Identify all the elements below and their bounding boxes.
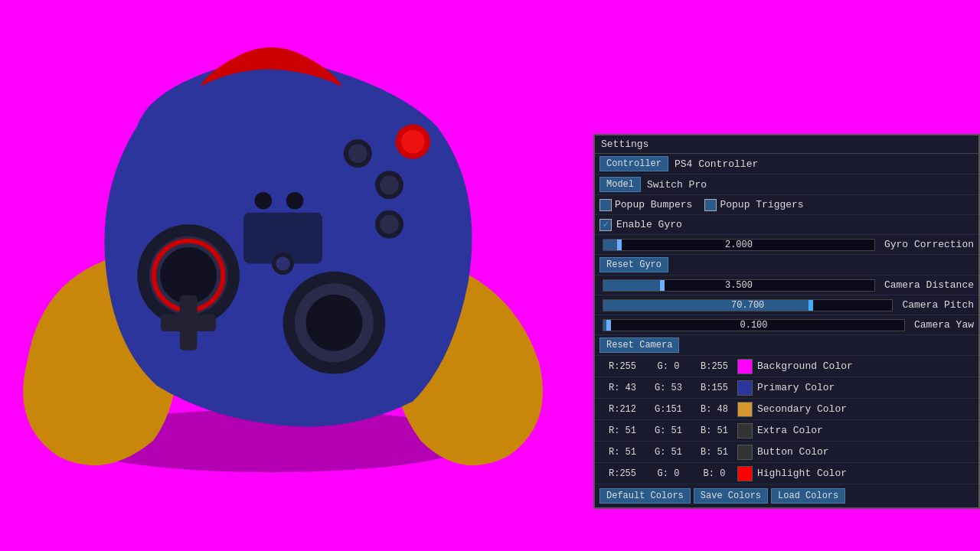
popup-triggers-label: Popup Triggers <box>720 199 803 210</box>
camera-yaw-slider[interactable]: 0.100 <box>603 319 905 331</box>
settings-panel: Settings Controller PS4 Controller Model… <box>593 134 980 509</box>
color-r-3: R: 51 <box>599 425 645 436</box>
color-swatch-4[interactable] <box>737 445 753 460</box>
color-label-2: Secondary Color <box>757 403 847 415</box>
model-name: Switch Pro <box>647 179 707 191</box>
gyro-correction-row: 2.000 Gyro Correction <box>595 235 978 255</box>
camera-pitch-label: Camera Pitch <box>902 299 974 311</box>
color-b-3: B: 51 <box>691 425 737 436</box>
reset-gyro-button[interactable]: Reset Gyro <box>599 257 668 272</box>
gyro-correction-label: Gyro Correction <box>884 239 974 250</box>
reset-gyro-row: Reset Gyro <box>595 255 978 276</box>
color-label-5: Highlight Color <box>757 468 847 479</box>
color-r-4: R: 51 <box>599 447 645 458</box>
color-g-4: G: 51 <box>645 447 691 458</box>
gyro-slider-thumb[interactable] <box>617 240 622 250</box>
svg-point-19 <box>286 192 304 210</box>
color-r-1: R: 43 <box>599 383 645 393</box>
color-g-0: G: 0 <box>645 361 691 372</box>
bottom-buttons: Default Colors Save Colors Load Colors <box>595 484 978 507</box>
controller-row: Controller PS4 Controller <box>595 154 978 174</box>
color-b-0: B:255 <box>691 361 737 372</box>
color-section: R:255G: 0B:255Background ColorR: 43G: 53… <box>595 356 978 484</box>
color-b-5: B: 0 <box>691 468 737 479</box>
enable-gyro-row: ✓ Enable Gyro <box>595 215 978 235</box>
settings-title: Settings <box>601 139 648 150</box>
model-button[interactable]: Model <box>599 177 641 192</box>
svg-point-13 <box>348 144 368 163</box>
color-g-1: G: 53 <box>645 383 691 393</box>
load-colors-button[interactable]: Load Colors <box>771 488 845 504</box>
camera-yaw-thumb[interactable] <box>606 320 611 331</box>
svg-point-7 <box>305 295 362 351</box>
controller-button[interactable]: Controller <box>599 156 668 171</box>
svg-point-15 <box>380 215 399 234</box>
camera-yaw-label: Camera Yaw <box>914 319 974 331</box>
color-row-0: R:255G: 0B:255Background Color <box>595 356 978 377</box>
camera-distance-fill <box>603 280 663 291</box>
camera-pitch-row: 70.700 Camera Pitch <box>595 295 978 315</box>
default-colors-button[interactable]: Default Colors <box>599 488 691 504</box>
color-b-2: B: 48 <box>691 404 737 415</box>
color-row-3: R: 51G: 51B: 51Extra Color <box>595 420 978 442</box>
reset-camera-row: Reset Camera <box>595 335 978 356</box>
color-r-2: R:212 <box>599 404 645 415</box>
camera-distance-row: 3.500 Camera Distance <box>595 276 978 295</box>
popup-triggers-checkbox[interactable] <box>704 199 717 211</box>
svg-point-22 <box>276 256 290 271</box>
camera-distance-thumb[interactable] <box>660 280 665 291</box>
color-r-5: R:255 <box>599 468 645 479</box>
enable-gyro-checkbox[interactable]: ✓ <box>599 219 612 231</box>
color-g-2: G:151 <box>645 404 691 415</box>
reset-camera-button[interactable]: Reset Camera <box>599 337 679 353</box>
color-label-1: Primary Color <box>757 382 835 393</box>
gyro-slider[interactable]: 2.000 <box>603 239 875 251</box>
camera-pitch-fill <box>603 300 812 311</box>
popup-bumpers-checkbox[interactable] <box>599 199 612 211</box>
controller-image <box>19 31 570 520</box>
save-colors-button[interactable]: Save Colors <box>694 488 768 504</box>
panel-title: Settings <box>595 135 978 154</box>
camera-distance-slider[interactable]: 3.500 <box>603 279 875 292</box>
camera-pitch-slider[interactable]: 70.700 <box>603 299 893 311</box>
camera-yaw-row: 0.100 Camera Yaw <box>595 315 978 335</box>
color-swatch-0[interactable] <box>737 359 753 374</box>
camera-distance-label: Camera Distance <box>884 279 974 291</box>
camera-yaw-value: 0.100 <box>603 320 904 331</box>
controller-area <box>0 0 590 551</box>
color-label-3: Extra Color <box>757 425 823 436</box>
color-swatch-5[interactable] <box>737 466 753 481</box>
svg-point-11 <box>380 175 399 194</box>
gyro-slider-value: 2.000 <box>603 240 874 250</box>
color-swatch-1[interactable] <box>737 380 753 396</box>
color-row-2: R:212G:151B: 48Secondary Color <box>595 399 978 420</box>
svg-point-18 <box>255 192 273 210</box>
color-b-4: B: 51 <box>691 447 737 458</box>
color-b-1: B:155 <box>691 383 737 393</box>
color-row-4: R: 51G: 51B: 51Button Color <box>595 442 978 463</box>
color-row-5: R:255G: 0B: 0Highlight Color <box>595 463 978 484</box>
svg-rect-9 <box>161 314 216 331</box>
color-label-4: Button Color <box>757 446 829 458</box>
color-swatch-3[interactable] <box>737 423 753 439</box>
model-row: Model Switch Pro <box>595 174 978 195</box>
popup-row: Popup Bumpers Popup Triggers <box>595 195 978 215</box>
color-g-5: G: 0 <box>645 468 691 479</box>
color-g-3: G: 51 <box>645 425 691 436</box>
color-r-0: R:255 <box>599 361 645 372</box>
popup-bumpers-label: Popup Bumpers <box>615 199 692 210</box>
svg-point-17 <box>401 130 425 154</box>
camera-pitch-thumb[interactable] <box>808 300 813 311</box>
color-swatch-2[interactable] <box>737 402 753 417</box>
color-row-1: R: 43G: 53B:155Primary Color <box>595 377 978 399</box>
controller-name: PS4 Controller <box>675 158 758 170</box>
color-label-0: Background Color <box>757 360 853 372</box>
enable-gyro-label: Enable Gyro <box>616 219 682 230</box>
